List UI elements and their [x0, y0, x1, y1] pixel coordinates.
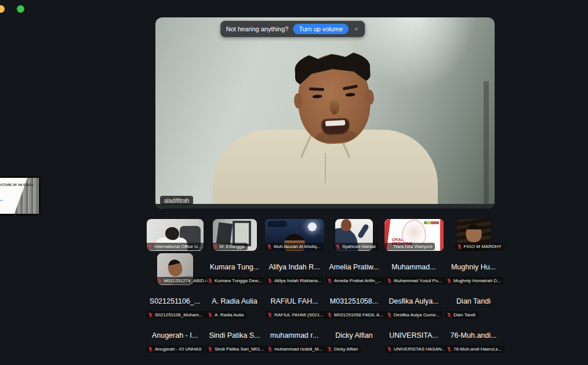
participant-tile[interactable]: Muhammad...Muhammad Yusuf Pu...: [384, 252, 444, 286]
muted-mic-icon: [327, 278, 332, 283]
participant-tile[interactable]: M011251274_ABID A...: [145, 252, 205, 286]
muted-mic-icon: [147, 244, 153, 249]
participant-name-text: Syahruni Marsal: [342, 244, 376, 249]
background-window-light: [350, 17, 477, 93]
participant-tile[interactable]: Alifya Indah R...Alifya Indah Riskiana..…: [264, 252, 324, 286]
participant-tile[interactable]: M031251058...M031251058 FADIL A...: [324, 286, 384, 320]
participant-display-name: S021251106_...: [150, 297, 200, 305]
participant-tile[interactable]: International Office U...: [145, 218, 205, 252]
muted-mic-icon: [213, 244, 218, 249]
participant-tile[interactable]: M. Erlangga: [205, 218, 264, 252]
participant-name-plate: Muh.fauzan Al kholiq...: [265, 243, 324, 250]
audio-banner-message: Not hearing anything?: [226, 25, 289, 32]
participant-display-name: RAFIUL FAH...: [270, 297, 318, 305]
participant-name-plate: Syahruni Marsal: [333, 243, 379, 250]
participant-tile[interactable]: Desfika Aulya...Desfika Aulya Gume...: [384, 286, 444, 320]
banner-close-icon[interactable]: ×: [353, 26, 359, 32]
participant-display-name: Amelia Pratiw...: [329, 263, 379, 271]
participant-name-text: Muhammad Yusuf Pu...: [394, 278, 442, 283]
participant-name-text: M. Erlangga: [220, 244, 245, 249]
participant-tile[interactable]: S021251106_...S021251106_Muham...: [145, 286, 205, 320]
participant-name-text: M031251058 FADIL A...: [334, 312, 383, 317]
main-speaker-video: Not hearing anything? Turn up volume × a…: [155, 17, 495, 209]
participant-name-plate: Dicky Alfian: [325, 345, 361, 353]
participant-tile[interactable]: Amelia Pratiw...Amelia Pratiwi Arifin_..…: [324, 252, 384, 286]
window-fullscreen-button[interactable]: [17, 5, 24, 13]
muted-mic-icon: [386, 244, 391, 249]
background-window-frame: [484, 81, 489, 209]
muted-mic-icon: [387, 346, 392, 352]
participant-tile[interactable]: RAFIUL FAH...RAFIUL FAHMI (S021...: [264, 286, 324, 320]
participant-name-text: International Office U...: [154, 244, 202, 249]
muted-mic-icon: [267, 312, 273, 317]
participant-name-text: Kumara Tungga Dew...: [215, 278, 262, 283]
participant-display-name: UNIVERSITA...: [389, 331, 438, 340]
participant-name-plate: A. Radia Aulia: [206, 311, 246, 319]
participant-tile[interactable]: ORAL MEDICINETiara Dita Wahyuni: [384, 218, 444, 252]
participant-name-plate: Desfika Aulya Gume...: [385, 311, 442, 319]
participant-name-plate: Amelia Pratiwi Arifin_...: [325, 277, 384, 284]
participant-display-name: Kumara Tung...: [210, 263, 259, 271]
participant-name-text: UNIVERSITAS HASAN...: [394, 346, 445, 352]
participant-name-plate: FIGO M MARDHY: [455, 243, 504, 250]
audio-banner: Not hearing anything? Turn up volume ×: [220, 21, 365, 37]
participant-display-name: Sindi Patika S...: [209, 331, 260, 340]
slide-preview: STRUCTURE OF AN ESSAY: [0, 178, 39, 214]
participant-tile[interactable]: UNIVERSITA...UNIVERSITAS HASAN...: [384, 320, 444, 355]
participant-name-plate: muhammad rizaldi_M...: [266, 345, 325, 353]
muted-mic-icon: [208, 278, 213, 283]
shared-screen-thumbnail[interactable]: STRUCTURE OF AN ESSAY: [0, 176, 41, 216]
speaker-face: [296, 53, 372, 145]
participant-tile[interactable]: Kumara Tung...Kumara Tungga Dew...: [205, 252, 264, 286]
participant-tile[interactable]: Mughniy Hu...Mughniy Humairah D...: [444, 252, 503, 286]
muted-mic-icon: [327, 346, 332, 352]
participant-name-plate: M. Erlangga: [211, 243, 248, 250]
participant-name-plate: RAFIUL FAHMI (S021...: [266, 311, 326, 319]
participant-tile[interactable]: Anugerah - I...Anugerah - IO UNHAS: [145, 320, 205, 355]
participant-name-plate: Anugerah - IO UNHAS: [146, 345, 204, 353]
participant-tile[interactable]: 76-Muh.andi...76-Muh.andi Haerul,s...: [444, 320, 503, 355]
participant-name-text: Mughniy Humairah D...: [453, 278, 501, 283]
muted-mic-icon: [208, 346, 213, 352]
participant-name-plate: 76-Muh.andi Haerul,s...: [445, 345, 504, 353]
window-minimize-button[interactable]: [0, 5, 5, 13]
participant-display-name: Alifya Indah R...: [268, 263, 320, 271]
muted-mic-icon: [457, 244, 462, 249]
participant-name-text: S021251106_Muham...: [155, 312, 203, 317]
muted-mic-icon: [447, 346, 452, 352]
participant-name-text: Amelia Pratiwi Arifin_...: [334, 278, 382, 283]
muted-mic-icon: [148, 346, 153, 352]
participant-tile[interactable]: Sindi Patika S...Sindi Patika Sari_M01..…: [205, 320, 264, 355]
participant-tile[interactable]: Syahruni Marsal: [324, 218, 384, 252]
participant-name-text: 76-Muh.andi Haerul,s...: [453, 346, 502, 352]
speaker-name-label: aladifitrah: [160, 196, 193, 205]
muted-mic-icon: [148, 312, 153, 317]
muted-mic-icon: [327, 312, 332, 317]
participant-name-text: Desfika Aulya Gume...: [394, 312, 440, 317]
participant-name-text: Alifya Indah Riskiana...: [274, 278, 321, 283]
participant-tile[interactable]: FIGO M MARDHY: [444, 218, 503, 252]
participant-name-plate: International Office U...: [146, 243, 205, 250]
participant-tile[interactable]: Dicky AlfianDicky Alfian: [324, 320, 384, 355]
participant-tile[interactable]: A. Radia AuliaA. Radia Aulia: [205, 286, 264, 320]
participant-display-name: Dicky Alfian: [335, 331, 373, 340]
participant-tile[interactable]: Muh.fauzan Al kholiq...: [264, 218, 324, 252]
participant-display-name: A. Radia Aulia: [212, 297, 257, 305]
slide-annotation-line: [0, 198, 3, 201]
muted-mic-icon: [208, 312, 213, 317]
slide-title: STRUCTURE OF AN ESSAY: [0, 183, 34, 187]
participant-display-name: M031251058...: [330, 297, 378, 305]
participant-display-name: Muhammad...: [391, 263, 435, 271]
participant-name-text: RAFIUL FAHMI (S021...: [274, 312, 324, 317]
participant-display-name: 76-Muh.andi...: [451, 331, 497, 340]
muted-mic-icon: [387, 312, 392, 317]
participant-name-plate: M031251058 FADIL A...: [325, 311, 386, 319]
participant-tile[interactable]: muhammad r...muhammad rizaldi_M...: [264, 320, 324, 355]
participant-name-plate: S021251106_Muham...: [146, 311, 206, 319]
participant-display-name: muhammad r...: [270, 331, 318, 340]
participant-tile[interactable]: Dian TandiDian Tandi: [444, 286, 503, 320]
turn-up-volume-button[interactable]: Turn up volume: [293, 24, 349, 34]
desk-edge: [155, 204, 495, 209]
muted-mic-icon: [335, 244, 340, 249]
participant-name-plate: Dian Tandi: [445, 311, 478, 319]
